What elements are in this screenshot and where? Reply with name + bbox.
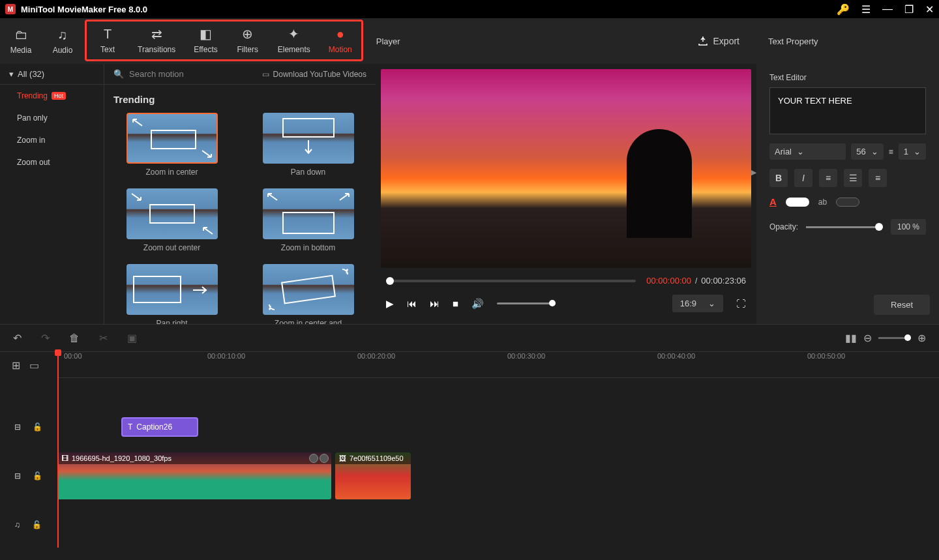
chevron-down-icon: ⌄ [871, 147, 878, 156]
player-label: Player [365, 18, 681, 64]
delete-button[interactable]: 🗑 [69, 332, 80, 344]
category-zoom-out[interactable]: Zoom out [0, 151, 104, 173]
categories-header[interactable]: ▾ All (32) [0, 64, 104, 85]
font-dropdown[interactable]: Arial⌄ [769, 143, 846, 160]
aspect-ratio-dropdown[interactable]: 16:9 ⌄ [672, 295, 723, 312]
highlight-color-swatch[interactable] [836, 198, 859, 207]
next-frame-button[interactable]: ⏭ [430, 298, 440, 309]
minimize-button[interactable]: — [882, 3, 893, 15]
motion-zoom-in-center-and[interactable]: Zoom in center and [250, 264, 366, 324]
timeline-ruler[interactable]: 00:00 00:00:10:00 00:00:20:00 00:00:30:0… [57, 352, 939, 378]
tab-text[interactable]: T Text [87, 22, 128, 59]
effects-icon: ◧ [200, 27, 212, 41]
tab-effects[interactable]: ◧ Effects [185, 22, 226, 59]
lock-icon[interactable]: 🔓 [32, 520, 42, 529]
video-clip-1[interactable]: 🎞 1966695-hd_1920_1080_30fps [57, 452, 331, 499]
volume-icon[interactable]: 🔊 [471, 298, 484, 310]
align-center-button[interactable]: ☰ [844, 169, 862, 187]
category-zoom-in[interactable]: Zoom in [0, 129, 104, 151]
motion-zoom-in-bottom[interactable]: Zoom in bottom [250, 188, 366, 252]
motion-zoom-out-center[interactable]: Zoom out center [113, 188, 230, 252]
line-spacing-icon: ≡ [889, 147, 893, 156]
add-track-icon[interactable]: ⊞ [12, 359, 20, 372]
volume-slider[interactable] [497, 302, 556, 304]
tab-motion[interactable]: ● Motion [320, 22, 361, 59]
tab-transitions[interactable]: ⇄ Transitions [128, 22, 185, 59]
zoom-in-button[interactable]: ⊕ [917, 332, 926, 344]
split-button[interactable]: ✂ [99, 332, 108, 344]
close-button[interactable]: ✕ [925, 3, 934, 16]
playhead[interactable] [57, 352, 59, 548]
italic-button[interactable]: I [794, 169, 812, 187]
track-layers-icon[interactable]: ▭ [29, 359, 39, 372]
prev-frame-button[interactable]: ⏮ [407, 298, 417, 309]
align-right-button[interactable]: ≡ [869, 169, 887, 187]
marker-icon[interactable]: ▮▮ [845, 332, 857, 344]
stop-button[interactable]: ■ [453, 298, 458, 309]
video-clip-2[interactable]: 🖼 7e00f651109e50 [335, 452, 411, 499]
hot-badge: Hot [52, 92, 66, 100]
undo-button[interactable]: ↶ [13, 332, 22, 344]
search-input[interactable]: Search motion [129, 69, 184, 79]
app-title: MiniTool MovieMaker Free 8.0.0 [21, 5, 147, 14]
top-toolbar: 🗀 Media ♫ Audio T Text ⇄ Transitions ◧ E… [0, 18, 939, 64]
maximize-button[interactable]: ❐ [904, 3, 914, 16]
bold-button[interactable]: B [769, 169, 788, 187]
youtube-icon: ▭ [262, 70, 269, 79]
motion-panel: 🔍 Search motion ▭ Download YouTube Video… [104, 64, 376, 324]
menu-icon[interactable]: ☰ [861, 3, 871, 16]
time-current: 00:00:00:00 [646, 276, 691, 286]
category-pan-only[interactable]: Pan only [0, 107, 104, 129]
text-track-icon[interactable]: ⊟ [14, 422, 21, 432]
lock-icon[interactable]: 🔓 [33, 422, 42, 432]
transition-indicator [309, 454, 329, 463]
tab-media[interactable]: 🗀 Media [0, 18, 42, 64]
zoom-slider[interactable] [878, 337, 911, 339]
zoom-out-button[interactable]: ⊖ [863, 332, 872, 344]
motion-zoom-in-center[interactable]: Zoom in center [113, 113, 230, 177]
text-content-input[interactable]: YOUR TEXT HERE [769, 87, 926, 134]
section-title: Trending [113, 94, 366, 105]
redo-button[interactable]: ↷ [41, 332, 50, 344]
text-color-swatch[interactable] [786, 198, 809, 207]
chevron-down-icon: ▾ [9, 69, 14, 79]
key-icon[interactable]: 🔑 [837, 3, 850, 16]
motion-icon: ● [336, 27, 344, 41]
export-button[interactable]: Export [681, 18, 756, 64]
caption-clip[interactable]: T Caption26 [121, 417, 198, 437]
text-editor-label: Text Editor [769, 73, 926, 82]
export-icon [698, 36, 708, 46]
reset-button[interactable]: Reset [874, 295, 930, 315]
download-youtube-link[interactable]: ▭ Download YouTube Videos [262, 70, 366, 79]
crop-button[interactable]: ▣ [127, 332, 137, 344]
category-trending[interactable]: Trending Hot [0, 85, 104, 107]
opacity-slider[interactable] [806, 226, 883, 228]
tab-audio[interactable]: ♫ Audio [42, 18, 83, 64]
media-icon: 🗀 [14, 27, 27, 42]
chevron-down-icon: ⌄ [914, 147, 921, 156]
right-panel-header: Text Property [756, 18, 939, 64]
app-icon: M [5, 4, 16, 14]
tab-elements[interactable]: ✦ Elements [269, 22, 320, 59]
video-track-icon[interactable]: ⊟ [14, 471, 21, 480]
fullscreen-button[interactable]: ⛶ [736, 298, 746, 309]
text-color-icon[interactable]: A [769, 196, 777, 207]
align-left-button[interactable]: ≡ [819, 169, 837, 187]
text-icon: T [104, 27, 112, 41]
spacing-dropdown[interactable]: 1⌄ [899, 143, 926, 160]
categories-panel: ▾ All (32) Trending Hot Pan only Zoom in… [0, 64, 104, 324]
search-icon: 🔍 [113, 69, 124, 79]
motion-pan-down[interactable]: Pan down [250, 113, 366, 177]
seek-bar[interactable] [386, 280, 636, 282]
transitions-icon: ⇄ [151, 27, 162, 41]
collapse-handle[interactable]: ▶ [751, 168, 756, 177]
lock-icon[interactable]: 🔓 [33, 471, 42, 480]
elements-icon: ✦ [288, 27, 299, 41]
play-button[interactable]: ▶ [386, 298, 394, 310]
motion-pan-right[interactable]: Pan right [113, 264, 230, 324]
video-preview[interactable] [381, 69, 751, 268]
size-dropdown[interactable]: 56⌄ [851, 143, 883, 160]
audio-track-icon[interactable]: ♫ [14, 520, 20, 529]
tab-filters[interactable]: ⊕ Filters [227, 22, 269, 59]
silhouette-icon [627, 129, 692, 239]
